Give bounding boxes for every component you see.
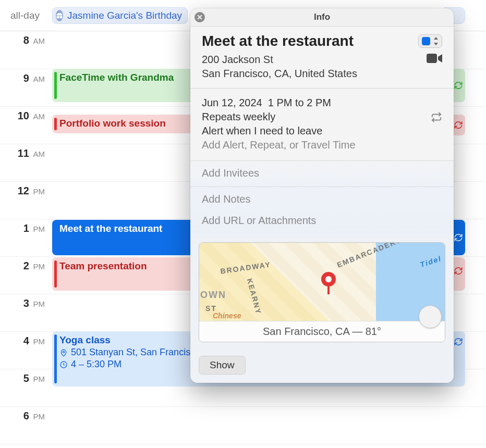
hour-label: 4 PM xyxy=(0,332,52,369)
all-day-event-label: Jasmine Garcia's Birthday xyxy=(67,10,182,21)
hour-label: 3 PM xyxy=(0,294,52,331)
invitees-section: Add Invitees xyxy=(190,160,454,186)
event-repeat-field[interactable]: Repeats weekly xyxy=(202,111,275,123)
popover-footer: Show xyxy=(190,351,454,383)
event-title-label: Yoga class xyxy=(59,334,111,345)
svg-rect-2 xyxy=(427,54,437,63)
location-pin-icon xyxy=(59,349,68,357)
title-section: Meet at the restaurant 200 Jackson St Sa… xyxy=(190,26,454,88)
hour-label: 10 AM xyxy=(0,107,52,144)
repeat-icon xyxy=(431,111,442,123)
all-day-label: all-day xyxy=(10,10,52,21)
notes-section: Add Notes Add URL or Attachments xyxy=(190,186,454,234)
hour-label: 7 PM xyxy=(0,444,52,448)
map-label: Tidel xyxy=(419,254,442,269)
map-label: OWN xyxy=(200,290,226,301)
hour-label: 1 PM xyxy=(0,219,52,256)
calendar-color-picker[interactable] xyxy=(418,34,442,48)
event-location-field[interactable]: 200 Jackson St San Francisco, CA, United… xyxy=(202,53,357,81)
event-title-field[interactable]: Meet at the restaurant xyxy=(202,33,354,49)
add-invitees-button[interactable]: Add Invitees xyxy=(202,167,442,179)
calendar-color-swatch xyxy=(422,37,430,45)
add-url-attachments-button[interactable]: Add URL or Attachments xyxy=(202,215,442,227)
street-label: KEARNY xyxy=(246,278,263,316)
map-label: Chinese xyxy=(213,312,241,320)
popover-header: Info xyxy=(190,8,454,26)
event-datetime-field[interactable]: Jun 12, 2024 1 PM to 2 PM xyxy=(202,97,331,109)
close-button[interactable] xyxy=(195,12,205,22)
svg-point-4 xyxy=(325,276,332,282)
event-time-label: 4 – 5:30 PM xyxy=(71,359,122,370)
event-location-label: 501 Stanyan St, San Francisco xyxy=(71,347,200,358)
add-alert-repeat-travel-button[interactable]: Add Alert, Repeat, or Travel Time xyxy=(202,139,356,151)
hour-label: 12 PM xyxy=(0,182,52,219)
event-info-popover: Info Meet at the restaurant 200 Jackson … xyxy=(190,8,454,383)
show-button[interactable]: Show xyxy=(199,356,246,375)
all-day-event-birthday[interactable]: Jasmine Garcia's Birthday xyxy=(52,7,188,24)
event-alert-field[interactable]: Alert when I need to leave xyxy=(202,125,322,137)
add-notes-button[interactable]: Add Notes xyxy=(202,193,442,205)
map-section: BROADWAY EMBARCADERO KEARNY OWN ST Tidel… xyxy=(190,234,454,351)
clock-icon xyxy=(59,360,68,369)
event-title-label: FaceTime with Grandma xyxy=(59,72,174,83)
map-pin-icon xyxy=(319,271,338,295)
hour-label: 5 PM xyxy=(0,369,52,406)
chevron-up-down-icon xyxy=(433,37,439,45)
video-call-icon[interactable] xyxy=(427,53,442,64)
map-compass-icon[interactable] xyxy=(419,305,442,328)
svg-point-0 xyxy=(63,351,64,353)
map-canvas: BROADWAY EMBARCADERO KEARNY OWN ST Tidel… xyxy=(199,243,445,321)
hour-label: 2 PM xyxy=(0,257,52,294)
map-weather-label: San Francisco, CA — 81° xyxy=(199,321,445,342)
close-icon xyxy=(197,15,202,20)
event-title-label: Meet at the restaurant xyxy=(59,223,162,234)
map-preview[interactable]: BROADWAY EMBARCADERO KEARNY OWN ST Tidel… xyxy=(199,242,445,342)
event-title-label: Portfolio work session xyxy=(59,118,166,129)
hour-label: 9 AM xyxy=(0,69,52,106)
event-title-label: Team presentation xyxy=(59,260,147,271)
hour-label: 6 PM xyxy=(0,407,52,444)
hour-label: 8 AM xyxy=(0,31,52,69)
hour-label: 11 AM xyxy=(0,144,52,181)
datetime-section: Jun 12, 2024 1 PM to 2 PM Repeats weekly… xyxy=(190,88,454,160)
street-label: BROADWAY xyxy=(220,260,271,275)
gift-icon xyxy=(56,10,63,21)
popover-title-label: Info xyxy=(314,12,330,22)
street-label: EMBARCADERO xyxy=(336,242,404,269)
